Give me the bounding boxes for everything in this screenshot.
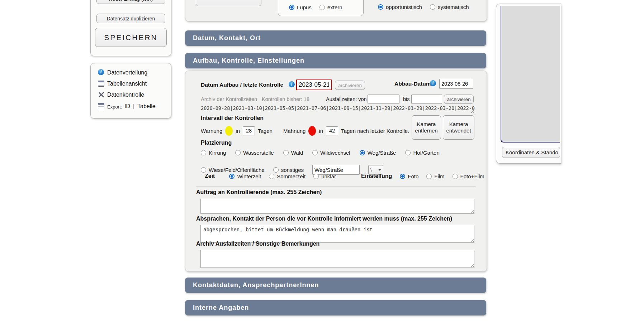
section-header-datum-kontakt-ort[interactable]: Datum, Kontakt, Ort [185, 30, 486, 46]
duplicate-record-button[interactable]: Datensatz duplizieren [96, 14, 165, 23]
kamera-entfernen-button[interactable]: Kamera entfernen [412, 115, 441, 140]
radio-icon[interactable] [273, 167, 279, 173]
auftrag-textarea[interactable] [200, 199, 474, 214]
radio-option-foto[interactable]: Foto [400, 173, 418, 179]
ausfall-archivieren-button[interactable]: archivieren [444, 95, 474, 104]
in-label: in [236, 128, 240, 134]
radio-icon[interactable] [360, 150, 365, 155]
radio-label: Kirrung [209, 150, 226, 156]
radio-option-wald[interactable]: Wald [283, 150, 303, 156]
section-header-kontaktdaten[interactable]: Kontaktdaten, AnsprechpartnerInnen [185, 278, 486, 293]
radio-option-sonstiges[interactable]: sonstiges [273, 167, 304, 173]
radio-option-opportunistisch[interactable]: opportunistisch [378, 4, 422, 10]
alert-red-icon [308, 126, 316, 136]
export-id-link[interactable]: ID [124, 103, 130, 110]
radio-icon[interactable] [235, 150, 241, 155]
interval-title: Intervall der Kontrollen [201, 115, 264, 121]
radio-label: Winterzeit [237, 173, 261, 179]
menu-item-tabellenansicht[interactable]: Tabellenansicht [91, 79, 171, 89]
radio-label: Lupus [297, 4, 312, 10]
radio-icon[interactable] [201, 150, 206, 155]
radio-icon[interactable] [312, 150, 318, 155]
section-header-aufbau-kontrolle[interactable]: Aufbau, Kontrolle, Einstellungen [185, 53, 486, 68]
archivieren-button[interactable]: archivieren [335, 81, 365, 90]
export-table-link[interactable]: Tabelle [137, 103, 156, 110]
source-radio-box: Lupusextern [278, 0, 364, 16]
zeit-label: Zeit [205, 173, 215, 179]
export-prefix: Export: [107, 104, 122, 110]
status-card: inaktiv Lupusextern opportunistischsyste… [185, 0, 487, 21]
radio-label: sonstiges [281, 167, 304, 173]
save-button[interactable]: SPEICHERN [95, 28, 167, 47]
mahnung-days-input[interactable] [326, 126, 338, 135]
section-header-interne-angaben[interactable]: Interne Angaben [185, 300, 486, 315]
radio-label: Hof/Garten [413, 150, 439, 156]
radio-icon[interactable] [453, 174, 458, 179]
inaktiv-button[interactable]: inaktiv [196, 0, 261, 6]
menu-item-label: Datenverteilung [107, 69, 147, 76]
table-icon [98, 81, 104, 87]
radio-icon[interactable] [405, 150, 411, 155]
archiv-kontrollzeiten-link[interactable]: Archiv der Kontrollzeiten [201, 96, 257, 102]
radio-icon[interactable] [229, 174, 235, 179]
ausfallzeiten-von-label: Ausfallzeiten: von [326, 96, 367, 102]
warnung-days-input[interactable] [243, 126, 255, 135]
radio-icon[interactable] [400, 174, 405, 179]
radio-label: Wald [291, 150, 303, 156]
radio-label: Sommerzeit [277, 173, 306, 179]
info-icon[interactable]: i [430, 80, 436, 86]
tools-icon [98, 92, 104, 98]
radio-icon[interactable] [269, 174, 274, 179]
archiv-bemerkungen-textarea[interactable] [200, 250, 474, 268]
table-icon [98, 103, 104, 109]
radio-option-lupus[interactable]: Lupus [289, 4, 312, 10]
koordinaten-standort-button[interactable]: Koordinaten & Stando [502, 147, 560, 158]
radio-icon[interactable] [430, 4, 435, 10]
radio-option-wildwechsel[interactable]: Wildwechsel [312, 150, 350, 156]
zeit-einstellung-row: Zeit WinterzeitSommerzeitunklar Einstell… [205, 173, 484, 179]
new-entry-button[interactable]: Neuer Eintrag (leer) [96, 0, 165, 4]
radio-option-foto+film[interactable]: Foto+Film [453, 173, 484, 179]
radio-icon[interactable] [426, 174, 432, 179]
radio-option-extern[interactable]: extern [319, 4, 342, 10]
app-screen: Neuer Eintrag (leer) Datensatz duplizier… [0, 0, 644, 323]
radio-option-weg-straße[interactable]: Weg/Straße [360, 150, 396, 156]
radio-icon[interactable] [201, 167, 206, 173]
warnung-label: Warnung [201, 128, 222, 134]
abbau-date-input[interactable] [439, 79, 473, 89]
kamera-entwendet-button[interactable]: Kamera entwendet [443, 115, 474, 140]
radio-icon[interactable] [378, 4, 383, 10]
radio-label: Weg/Straße [368, 150, 396, 156]
radio-icon[interactable] [289, 5, 294, 10]
radio-label: Foto+Film [460, 173, 484, 179]
actions-panel: Neuer Eintrag (leer) Datensatz duplizier… [90, 0, 171, 56]
kontrollen-count: Kontrollen bisher: 18 [262, 96, 309, 102]
menu-item-datenkontrolle[interactable]: Datenkontrolle [91, 90, 171, 100]
menu-item-datenverteilung[interactable]: i Datenverteilung [91, 68, 171, 78]
radio-label: extern [327, 4, 342, 10]
radio-icon[interactable] [283, 150, 289, 155]
radio-label: Film [434, 173, 444, 179]
einstellung-radio-group: FotoFilmFoto+Film [400, 173, 484, 179]
radio-icon[interactable] [313, 174, 319, 179]
radio-option-wiese-feld-offenfläche[interactable]: Wiese/Feld/Offenfläche [201, 167, 265, 173]
radio-option-hof-garten[interactable]: Hof/Garten [405, 150, 439, 156]
ausfall-von-input[interactable] [368, 95, 399, 104]
radio-option-kirrung[interactable]: Kirrung [201, 150, 226, 156]
radio-option-winterzeit[interactable]: Winterzeit [229, 173, 261, 179]
absprachen-textarea[interactable]: abgesprochen, bittet um Rückmeldung wenn… [200, 225, 474, 243]
ausfall-bis-input[interactable] [411, 95, 442, 104]
radio-icon[interactable] [319, 5, 325, 10]
radio-option-sommerzeit[interactable]: Sommerzeit [269, 173, 306, 179]
radio-option-film[interactable]: Film [426, 173, 444, 179]
select-value: \ [370, 167, 372, 173]
radio-option-systematisch[interactable]: systematisch [430, 4, 469, 10]
info-icon[interactable]: i [289, 81, 295, 87]
aufbau-date-input[interactable] [296, 79, 332, 90]
map-placeholder [501, 6, 560, 143]
radio-label: unklar [321, 173, 336, 179]
bis-label: bis [403, 96, 410, 102]
radio-option-unklar[interactable]: unklar [313, 173, 336, 179]
radio-option-wasserstelle[interactable]: Wasserstelle [235, 150, 274, 156]
tagen-label: Tagen [258, 128, 273, 134]
